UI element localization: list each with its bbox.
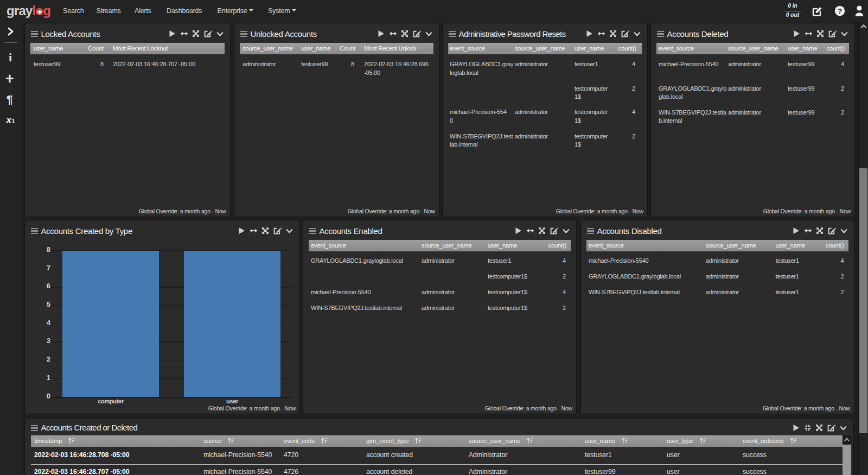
- svg-text:?: ?: [838, 7, 842, 15]
